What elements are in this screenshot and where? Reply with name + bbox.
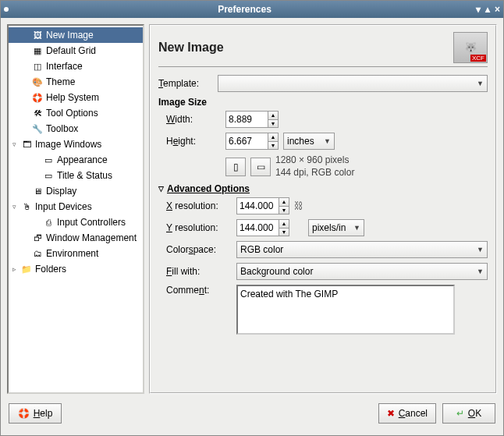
tree-item-icon: 🎨: [31, 76, 44, 88]
preferences-page: New Image 🐺XCF Template: ▼ Image Size Wi…: [149, 24, 497, 394]
xres-input[interactable]: [236, 197, 279, 214]
tree-item-environment[interactable]: 🗂Environment: [9, 246, 143, 261]
tree-item-icon: 🖱: [20, 200, 33, 213]
image-info: 1280 × 960 pixels 144 dpi, RGB color: [275, 154, 354, 179]
tree-item-toolbox[interactable]: 🔧Toolbox: [9, 121, 143, 136]
width-spinner[interactable]: ▲▼: [225, 111, 279, 128]
unit-combo[interactable]: inches ▼: [283, 133, 335, 150]
tree-item-icon: 🔧: [31, 122, 44, 135]
tree-item-new-image[interactable]: 🖼New Image: [9, 27, 143, 43]
chevron-down-icon: ▼: [324, 137, 331, 145]
portrait-button[interactable]: ▯: [225, 158, 246, 176]
tree-item-label: Default Grid: [46, 45, 101, 56]
tree-item-input-devices[interactable]: ▿🖱Input Devices: [9, 199, 143, 214]
chevron-down-icon: ▼: [477, 246, 484, 253]
fill-combo[interactable]: Background color ▼: [236, 263, 488, 280]
res-unit-value: pixels/in: [312, 222, 346, 233]
close-button[interactable]: ×: [495, 4, 500, 15]
chain-link-icon[interactable]: ⛓: [294, 200, 303, 211]
help-button[interactable]: 🛟 Help: [9, 403, 62, 424]
cancel-icon: ✖: [387, 408, 395, 419]
expander-icon[interactable]: ▹: [10, 265, 18, 273]
xres-label: X resolution:: [166, 200, 232, 211]
tree-item-theme[interactable]: 🎨Theme: [9, 74, 143, 90]
page-icon: 🐺XCF: [453, 32, 488, 63]
dialog-footer: 🛟 Help ✖ Cancel ↵ OK: [1, 400, 503, 430]
yres-label: Y resolution:: [166, 222, 232, 233]
titlebar: Preferences ▾ ▴ ×: [1, 1, 503, 18]
tree-item-label: Input Controllers: [57, 217, 126, 228]
tree-item-appearance[interactable]: ▭Appearance: [9, 152, 143, 168]
width-label: Width:: [166, 114, 221, 125]
tree-item-label: Environment: [46, 248, 101, 259]
tree-item-label: Title & Status: [57, 170, 112, 181]
res-unit-combo[interactable]: pixels/in ▼: [308, 219, 364, 236]
expander-down-icon[interactable]: ▽: [158, 185, 164, 193]
colorspace-label: Colorspace:: [166, 244, 232, 255]
xres-spinner[interactable]: ▲▼: [236, 197, 289, 214]
tree-item-icon: ◫: [31, 60, 44, 73]
tree-item-label: Interface: [46, 61, 101, 72]
unit-value: inches: [287, 136, 314, 147]
tree-item-icon: 🗗: [31, 232, 44, 244]
window-menu-icon[interactable]: [4, 7, 9, 12]
tree-item-window-management[interactable]: 🗗Window Management: [9, 230, 143, 246]
tree-item-label: Theme: [46, 76, 101, 87]
maximize-button[interactable]: ▴: [485, 4, 490, 15]
tree-item-label: Toolbox: [46, 123, 101, 134]
chevron-down-icon: ▼: [477, 80, 484, 87]
colorspace-combo[interactable]: RGB color ▼: [236, 241, 488, 258]
tree-item-tool-options[interactable]: 🛠Tool Options: [9, 105, 143, 121]
tree-item-display[interactable]: 🖥Display: [9, 183, 143, 199]
yres-spinner[interactable]: ▲▼: [236, 219, 289, 236]
minimize-button[interactable]: ▾: [476, 4, 481, 15]
tree-item-folders[interactable]: ▹📁Folders: [9, 261, 143, 277]
tree-item-label: Folders: [35, 264, 90, 275]
expander-icon[interactable]: ▿: [10, 203, 18, 211]
landscape-button[interactable]: ▭: [250, 158, 271, 176]
tree-item-label: Image Windows: [35, 139, 101, 150]
tree-item-icon: ▭: [42, 154, 55, 166]
tree-item-input-controllers[interactable]: ⎙Input Controllers: [9, 214, 143, 230]
tree-item-label: Tool Options: [46, 108, 101, 119]
spin-up-icon[interactable]: ▲: [279, 198, 289, 207]
height-spinner[interactable]: ▲▼: [225, 133, 279, 150]
expander-icon[interactable]: ▿: [10, 140, 18, 148]
tree-item-interface[interactable]: ◫Interface: [9, 58, 143, 74]
comment-label: Comment:: [166, 285, 232, 296]
preferences-tree[interactable]: 🖼New Image▦Default Grid◫Interface🎨Theme🛟…: [7, 24, 144, 394]
tree-item-title-status[interactable]: ▭Title & Status: [9, 168, 143, 183]
tree-item-label: Input Devices: [35, 201, 92, 212]
height-label: Height:: [166, 136, 221, 147]
spin-up-icon[interactable]: ▲: [268, 133, 278, 142]
tree-item-help-system[interactable]: 🛟Help System: [9, 90, 143, 105]
spin-up-icon[interactable]: ▲: [279, 220, 289, 229]
spin-down-icon[interactable]: ▼: [268, 142, 278, 150]
ok-icon: ↵: [456, 408, 464, 419]
tree-item-label: Display: [46, 186, 101, 197]
tree-item-label: Help System: [46, 92, 101, 103]
help-icon: 🛟: [18, 408, 30, 419]
spin-up-icon[interactable]: ▲: [268, 112, 278, 120]
height-input[interactable]: [225, 133, 268, 150]
spin-down-icon[interactable]: ▼: [279, 229, 289, 236]
spin-down-icon[interactable]: ▼: [279, 207, 289, 214]
page-title: New Image: [158, 41, 453, 55]
yres-input[interactable]: [236, 219, 279, 236]
tree-item-icon: 🛠: [31, 107, 44, 119]
advanced-heading[interactable]: ▽ Advanced Options: [158, 183, 488, 194]
template-combo[interactable]: ▼: [218, 75, 488, 92]
tree-item-image-windows[interactable]: ▿🗔Image Windows: [9, 136, 143, 152]
tree-item-icon: 🗂: [31, 247, 44, 260]
ok-button[interactable]: ↵ OK: [442, 403, 495, 424]
cancel-button[interactable]: ✖ Cancel: [378, 403, 436, 424]
spin-down-icon[interactable]: ▼: [268, 120, 278, 128]
tree-item-icon: ▦: [31, 44, 44, 57]
window-title: Preferences: [13, 4, 476, 15]
fill-label: Fill with:: [166, 266, 232, 277]
comment-textarea[interactable]: [236, 285, 455, 335]
width-input[interactable]: [225, 111, 268, 128]
tree-item-icon: ⎙: [42, 216, 55, 229]
tree-item-label: New Image: [46, 30, 101, 41]
tree-item-default-grid[interactable]: ▦Default Grid: [9, 43, 143, 58]
